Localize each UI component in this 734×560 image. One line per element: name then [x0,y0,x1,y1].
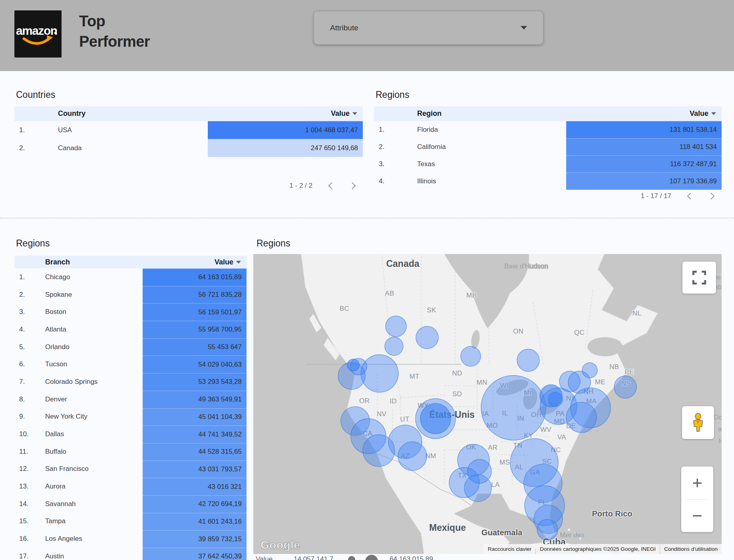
table-row[interactable]: 4.Atlanta55 958 700,95 [14,321,247,338]
table-row[interactable]: 2.Spokane56 721 835,28 [14,286,247,304]
table-row[interactable]: 7.Colorado Springs53 293 543,28 [14,373,247,391]
row-rank: 1. [14,121,58,139]
row-name: Dallas [45,425,143,443]
map-bubble[interactable] [614,376,637,398]
legend-big-circle [365,555,378,560]
previous-page-icon[interactable] [685,191,694,201]
row-value-heat-cell: 131 801 538,14 [566,121,722,138]
table-row[interactable]: 2.California118 401 534 [374,138,722,155]
dimension-column-header[interactable]: Country [14,109,86,118]
map-label: ND [452,369,462,377]
map-bubble[interactable] [582,363,597,378]
zoom-in-button[interactable]: + [681,467,713,499]
value-column-header[interactable]: Value [690,109,722,118]
table-row[interactable]: 5.Orlando55 453 647 [14,338,247,356]
row-value-heat-cell: 56 159 501,97 [143,303,247,321]
dimension-column-header[interactable]: Region [374,109,442,118]
row-rank: 2. [14,139,58,157]
keyboard-shortcuts-link[interactable]: Raccourcis clavier [484,544,536,554]
previous-page-icon[interactable] [326,181,336,191]
row-rank: 15. [14,513,45,530]
table-row[interactable]: 3.Texas116 372 487,91 [374,155,722,173]
row-value-heat-cell: 64 163 015,89 [143,268,247,286]
pegman-button[interactable] [682,406,714,439]
map-bubble[interactable] [420,403,451,434]
row-rank: 3. [374,155,417,173]
map-bubble[interactable] [566,402,597,433]
value-column-header[interactable]: Value [215,258,247,266]
map-bubble[interactable] [347,359,359,371]
table-row[interactable]: 11.Buffalo44 528 315,65 [14,443,247,461]
map-bubble[interactable] [385,337,403,355]
sort-desc-icon [236,261,241,264]
row-rank: 1. [374,121,417,138]
table-row[interactable]: 4.Illinois107 179 336,89 [374,173,722,190]
zoom-out-button[interactable]: − [681,500,713,532]
attribute-dropdown-label: Attribute [330,24,521,32]
map-bubble[interactable] [461,346,481,366]
row-name: Los Angeles [45,530,143,548]
terms-of-use-link[interactable]: Conditions d'utilisation [660,544,722,554]
sort-desc-icon [352,112,357,115]
row-name: Texas [417,155,566,173]
table-row[interactable]: 10.Dallas44 741 349,52 [14,425,247,443]
table-row[interactable]: 12.San Francisco43 031 793,57 [14,461,247,478]
value-column-header[interactable]: Value [331,109,363,118]
table-row[interactable]: 3.Boston56 159 501,97 [14,303,247,321]
regions-bubble-map[interactable]: CanadaBaie d'HudsonMeLabBCABSKMBONQCNLNB… [253,254,722,554]
row-value-heat-cell: 39 859 732,15 [143,530,247,548]
map-label: Mer des [560,531,584,539]
table-row[interactable]: 2.Canada247 650 149,68 [14,139,363,157]
map-label: PE [625,368,634,376]
map-label: SK [427,306,436,314]
table-row[interactable]: 1.Chicago64 163 015,89 [14,268,247,286]
table-row[interactable]: 1.Florida131 801 538,14 [374,121,722,138]
map-bubble[interactable] [517,349,539,371]
attribute-dropdown[interactable]: Attribute [314,11,543,45]
map-bubble[interactable] [386,316,406,337]
row-rank: 2. [374,138,417,155]
table-row[interactable]: 14.Savannah42 720 694,19 [14,495,247,513]
row-name: Orlando [45,338,143,356]
row-value-heat-cell: 247 650 149,68 [208,139,363,157]
table-row[interactable]: 13.Aurora43 016 321 [14,478,247,495]
row-rank: 4. [374,173,417,190]
row-rank: 14. [14,495,45,513]
next-page-icon[interactable] [348,181,358,191]
map-label: Oc [713,413,722,421]
next-page-icon[interactable] [707,191,717,201]
table-row[interactable]: 8.Denver49 363 549,91 [14,391,247,408]
map-bubble[interactable] [467,459,491,483]
row-rank: 12. [14,461,45,478]
map-label: UT [400,415,409,423]
table-row[interactable]: 6.Tucson54 029 040,63 [14,355,247,373]
row-name: Canada [58,139,208,157]
row-name: Illinois [417,173,566,190]
map-bubble[interactable] [481,375,546,440]
table-row[interactable]: 9.New York City45 041 104,39 [14,408,247,426]
page-range-text: 1 - 17 / 17 [641,192,671,200]
map-label: Baie d'Hudson [504,262,548,270]
table-row[interactable]: 15.Tampa41 601 243,16 [14,513,247,530]
map-label: OR [359,397,370,405]
row-rank: 9. [14,408,45,426]
row-value-heat-cell: 1 004 468 037,47 [208,121,363,139]
row-name: New York City [45,408,143,426]
map-bubble[interactable] [416,326,438,349]
table-row[interactable]: 16.Los Angeles39 859 732,15 [14,530,247,548]
table-row[interactable]: 1.USA1 004 468 037,47 [14,121,363,139]
dimension-column-header[interactable]: Branch [14,258,70,266]
map-canvas: CanadaBaie d'HudsonMeLabBCABSKMBONQCNLNB… [253,254,722,554]
row-name: Savannah [45,495,143,513]
amazon-logo-text: amazon [16,24,57,37]
fullscreen-button[interactable] [682,262,716,294]
map-bubble[interactable] [398,442,427,471]
countries-pagination: 1 - 2 / 2 [14,180,363,192]
countries-title: Countries [16,89,55,100]
map-label: MN [476,379,487,386]
row-value-heat-cell: 116 372 487,91 [566,155,722,173]
map-bubble[interactable] [361,355,398,392]
map-bubble[interactable] [537,519,558,540]
chevron-down-icon [521,26,527,30]
row-name: USA [58,121,208,139]
